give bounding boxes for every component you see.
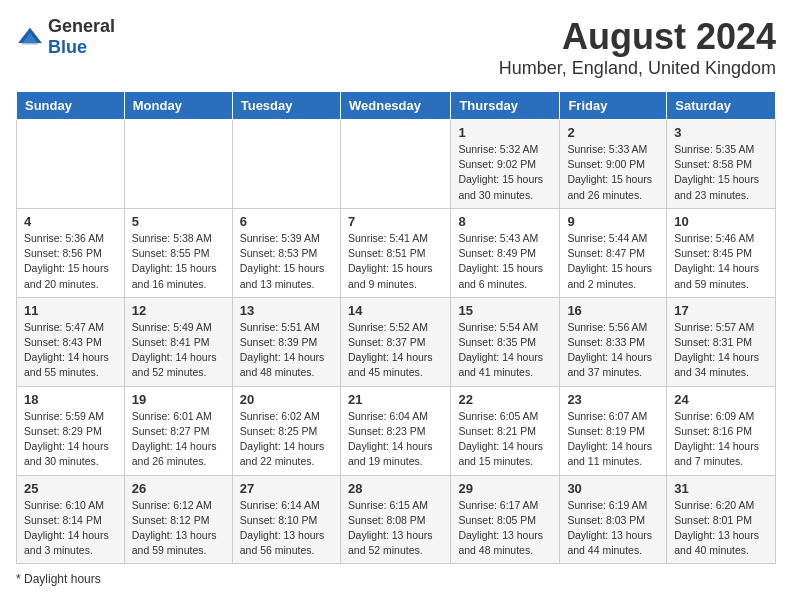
- cell-date-number: 22: [458, 392, 552, 407]
- cell-date-number: 14: [348, 303, 443, 318]
- cell-date-number: 26: [132, 481, 225, 496]
- cell-date-number: 29: [458, 481, 552, 496]
- cell-info-text: Sunrise: 5:35 AM Sunset: 8:58 PM Dayligh…: [674, 142, 768, 203]
- cell-date-number: 24: [674, 392, 768, 407]
- cell-date-number: 23: [567, 392, 659, 407]
- cell-info-text: Sunrise: 5:47 AM Sunset: 8:43 PM Dayligh…: [24, 320, 117, 381]
- logo-general: General: [48, 16, 115, 36]
- week-row-5: 25Sunrise: 6:10 AM Sunset: 8:14 PM Dayli…: [17, 475, 776, 564]
- calendar-cell: 5Sunrise: 5:38 AM Sunset: 8:55 PM Daylig…: [124, 208, 232, 297]
- cell-info-text: Sunrise: 5:57 AM Sunset: 8:31 PM Dayligh…: [674, 320, 768, 381]
- cell-info-text: Sunrise: 6:19 AM Sunset: 8:03 PM Dayligh…: [567, 498, 659, 559]
- cell-date-number: 3: [674, 125, 768, 140]
- calendar-cell: 1Sunrise: 5:32 AM Sunset: 9:02 PM Daylig…: [451, 120, 560, 209]
- cell-info-text: Sunrise: 5:43 AM Sunset: 8:49 PM Dayligh…: [458, 231, 552, 292]
- cell-date-number: 5: [132, 214, 225, 229]
- cell-info-text: Sunrise: 6:20 AM Sunset: 8:01 PM Dayligh…: [674, 498, 768, 559]
- footer-daylight-label: Daylight hours: [24, 572, 101, 586]
- header-row: SundayMondayTuesdayWednesdayThursdayFrid…: [17, 92, 776, 120]
- cell-info-text: Sunrise: 5:36 AM Sunset: 8:56 PM Dayligh…: [24, 231, 117, 292]
- cell-info-text: Sunrise: 5:54 AM Sunset: 8:35 PM Dayligh…: [458, 320, 552, 381]
- calendar-cell: 25Sunrise: 6:10 AM Sunset: 8:14 PM Dayli…: [17, 475, 125, 564]
- calendar-cell: 18Sunrise: 5:59 AM Sunset: 8:29 PM Dayli…: [17, 386, 125, 475]
- cell-date-number: 31: [674, 481, 768, 496]
- cell-date-number: 12: [132, 303, 225, 318]
- calendar-cell: [232, 120, 340, 209]
- cell-date-number: 21: [348, 392, 443, 407]
- calendar-cell: 22Sunrise: 6:05 AM Sunset: 8:21 PM Dayli…: [451, 386, 560, 475]
- cell-info-text: Sunrise: 5:52 AM Sunset: 8:37 PM Dayligh…: [348, 320, 443, 381]
- calendar-cell: 23Sunrise: 6:07 AM Sunset: 8:19 PM Dayli…: [560, 386, 667, 475]
- calendar-cell: 6Sunrise: 5:39 AM Sunset: 8:53 PM Daylig…: [232, 208, 340, 297]
- cell-date-number: 6: [240, 214, 333, 229]
- cell-date-number: 20: [240, 392, 333, 407]
- cell-info-text: Sunrise: 5:56 AM Sunset: 8:33 PM Dayligh…: [567, 320, 659, 381]
- calendar-cell: 2Sunrise: 5:33 AM Sunset: 9:00 PM Daylig…: [560, 120, 667, 209]
- calendar-header: SundayMondayTuesdayWednesdayThursdayFrid…: [17, 92, 776, 120]
- cell-info-text: Sunrise: 6:02 AM Sunset: 8:25 PM Dayligh…: [240, 409, 333, 470]
- calendar-cell: 11Sunrise: 5:47 AM Sunset: 8:43 PM Dayli…: [17, 297, 125, 386]
- cell-date-number: 27: [240, 481, 333, 496]
- calendar-cell: 28Sunrise: 6:15 AM Sunset: 8:08 PM Dayli…: [340, 475, 450, 564]
- calendar-cell: 9Sunrise: 5:44 AM Sunset: 8:47 PM Daylig…: [560, 208, 667, 297]
- calendar-table: SundayMondayTuesdayWednesdayThursdayFrid…: [16, 91, 776, 564]
- column-header-friday: Friday: [560, 92, 667, 120]
- cell-date-number: 1: [458, 125, 552, 140]
- week-row-4: 18Sunrise: 5:59 AM Sunset: 8:29 PM Dayli…: [17, 386, 776, 475]
- cell-date-number: 9: [567, 214, 659, 229]
- cell-info-text: Sunrise: 5:41 AM Sunset: 8:51 PM Dayligh…: [348, 231, 443, 292]
- cell-info-text: Sunrise: 5:32 AM Sunset: 9:02 PM Dayligh…: [458, 142, 552, 203]
- cell-info-text: Sunrise: 6:07 AM Sunset: 8:19 PM Dayligh…: [567, 409, 659, 470]
- calendar-cell: 21Sunrise: 6:04 AM Sunset: 8:23 PM Dayli…: [340, 386, 450, 475]
- cell-info-text: Sunrise: 5:39 AM Sunset: 8:53 PM Dayligh…: [240, 231, 333, 292]
- cell-date-number: 10: [674, 214, 768, 229]
- calendar-cell: 13Sunrise: 5:51 AM Sunset: 8:39 PM Dayli…: [232, 297, 340, 386]
- column-header-tuesday: Tuesday: [232, 92, 340, 120]
- calendar-cell: [124, 120, 232, 209]
- logo-text: General Blue: [48, 16, 115, 58]
- logo-blue: Blue: [48, 37, 87, 57]
- cell-info-text: Sunrise: 5:49 AM Sunset: 8:41 PM Dayligh…: [132, 320, 225, 381]
- week-row-3: 11Sunrise: 5:47 AM Sunset: 8:43 PM Dayli…: [17, 297, 776, 386]
- cell-info-text: Sunrise: 6:01 AM Sunset: 8:27 PM Dayligh…: [132, 409, 225, 470]
- cell-info-text: Sunrise: 6:15 AM Sunset: 8:08 PM Dayligh…: [348, 498, 443, 559]
- calendar-cell: 4Sunrise: 5:36 AM Sunset: 8:56 PM Daylig…: [17, 208, 125, 297]
- column-header-saturday: Saturday: [667, 92, 776, 120]
- calendar-cell: 3Sunrise: 5:35 AM Sunset: 8:58 PM Daylig…: [667, 120, 776, 209]
- calendar-cell: 14Sunrise: 5:52 AM Sunset: 8:37 PM Dayli…: [340, 297, 450, 386]
- cell-date-number: 15: [458, 303, 552, 318]
- calendar-cell: [17, 120, 125, 209]
- calendar-cell: 27Sunrise: 6:14 AM Sunset: 8:10 PM Dayli…: [232, 475, 340, 564]
- page-title: August 2024: [499, 16, 776, 58]
- calendar-cell: 15Sunrise: 5:54 AM Sunset: 8:35 PM Dayli…: [451, 297, 560, 386]
- cell-date-number: 19: [132, 392, 225, 407]
- calendar-cell: 29Sunrise: 6:17 AM Sunset: 8:05 PM Dayli…: [451, 475, 560, 564]
- logo-icon: [16, 26, 44, 48]
- calendar-cell: [340, 120, 450, 209]
- title-block: August 2024 Humber, England, United King…: [499, 16, 776, 79]
- calendar-cell: 31Sunrise: 6:20 AM Sunset: 8:01 PM Dayli…: [667, 475, 776, 564]
- logo: General Blue: [16, 16, 115, 58]
- cell-date-number: 2: [567, 125, 659, 140]
- cell-date-number: 30: [567, 481, 659, 496]
- calendar-cell: 7Sunrise: 5:41 AM Sunset: 8:51 PM Daylig…: [340, 208, 450, 297]
- page-subtitle: Humber, England, United Kingdom: [499, 58, 776, 79]
- column-header-monday: Monday: [124, 92, 232, 120]
- cell-info-text: Sunrise: 5:44 AM Sunset: 8:47 PM Dayligh…: [567, 231, 659, 292]
- cell-info-text: Sunrise: 5:59 AM Sunset: 8:29 PM Dayligh…: [24, 409, 117, 470]
- cell-date-number: 8: [458, 214, 552, 229]
- column-header-thursday: Thursday: [451, 92, 560, 120]
- column-header-sunday: Sunday: [17, 92, 125, 120]
- calendar-body: 1Sunrise: 5:32 AM Sunset: 9:02 PM Daylig…: [17, 120, 776, 564]
- cell-date-number: 13: [240, 303, 333, 318]
- cell-info-text: Sunrise: 5:51 AM Sunset: 8:39 PM Dayligh…: [240, 320, 333, 381]
- cell-date-number: 7: [348, 214, 443, 229]
- cell-date-number: 18: [24, 392, 117, 407]
- calendar-cell: 19Sunrise: 6:01 AM Sunset: 8:27 PM Dayli…: [124, 386, 232, 475]
- calendar-cell: 30Sunrise: 6:19 AM Sunset: 8:03 PM Dayli…: [560, 475, 667, 564]
- cell-info-text: Sunrise: 6:04 AM Sunset: 8:23 PM Dayligh…: [348, 409, 443, 470]
- calendar-cell: 12Sunrise: 5:49 AM Sunset: 8:41 PM Dayli…: [124, 297, 232, 386]
- cell-date-number: 16: [567, 303, 659, 318]
- calendar-cell: 17Sunrise: 5:57 AM Sunset: 8:31 PM Dayli…: [667, 297, 776, 386]
- cell-info-text: Sunrise: 6:12 AM Sunset: 8:12 PM Dayligh…: [132, 498, 225, 559]
